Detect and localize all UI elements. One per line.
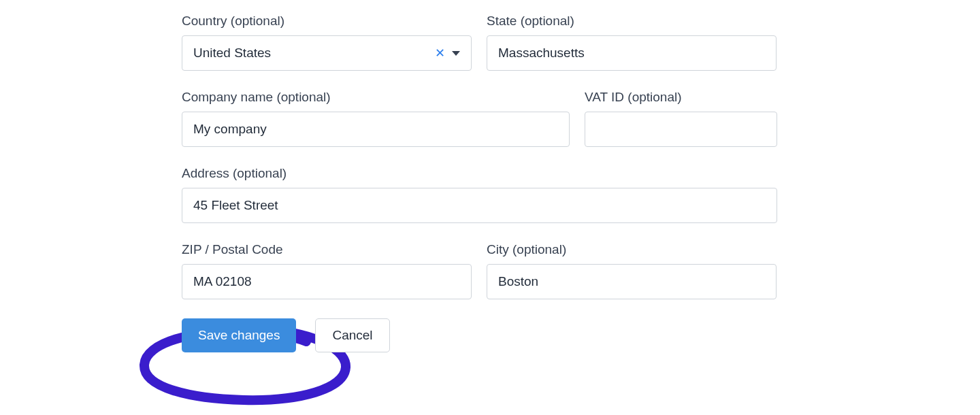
clear-icon[interactable]: ✕ xyxy=(435,47,445,59)
zip-group: ZIP / Postal Code xyxy=(182,242,472,299)
country-label: Country (optional) xyxy=(182,14,472,29)
zip-input[interactable] xyxy=(182,264,472,299)
company-label: Company name (optional) xyxy=(182,90,570,105)
cancel-button[interactable]: Cancel xyxy=(315,318,389,352)
chevron-down-icon[interactable] xyxy=(452,51,460,56)
company-input[interactable] xyxy=(182,112,570,147)
row-country-state: Country (optional) United States ✕ State… xyxy=(182,14,777,71)
billing-form: Country (optional) United States ✕ State… xyxy=(182,14,777,352)
vat-group: VAT ID (optional) xyxy=(585,90,777,147)
company-group: Company name (optional) xyxy=(182,90,570,147)
row-company-vat: Company name (optional) VAT ID (optional… xyxy=(182,90,777,147)
vat-input[interactable] xyxy=(585,112,777,147)
form-actions: Save changes Cancel xyxy=(182,318,777,352)
save-button[interactable]: Save changes xyxy=(182,318,296,352)
country-value: United States xyxy=(193,46,435,61)
address-label: Address (optional) xyxy=(182,166,777,181)
row-zip-city: ZIP / Postal Code City (optional) xyxy=(182,242,777,299)
country-select-controls: ✕ xyxy=(435,47,460,59)
zip-label: ZIP / Postal Code xyxy=(182,242,472,257)
country-group: Country (optional) United States ✕ xyxy=(182,14,472,71)
city-label: City (optional) xyxy=(487,242,777,257)
city-input[interactable] xyxy=(487,264,777,299)
address-input[interactable] xyxy=(182,188,777,223)
address-group: Address (optional) xyxy=(182,166,777,223)
row-address: Address (optional) xyxy=(182,166,777,223)
country-select[interactable]: United States ✕ xyxy=(182,35,472,71)
state-label: State (optional) xyxy=(487,14,777,29)
state-input[interactable] xyxy=(487,35,777,71)
vat-label: VAT ID (optional) xyxy=(585,90,777,105)
city-group: City (optional) xyxy=(487,242,777,299)
state-group: State (optional) xyxy=(487,14,777,71)
